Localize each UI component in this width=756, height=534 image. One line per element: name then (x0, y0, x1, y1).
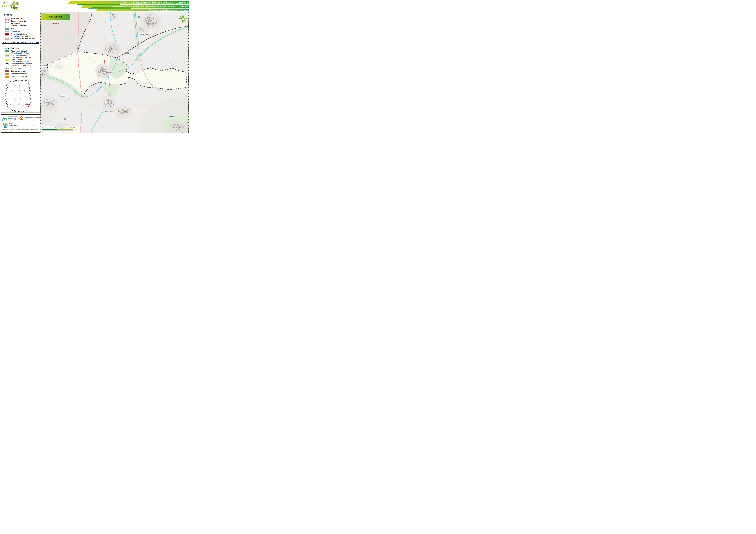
overview-minimap (4, 79, 32, 113)
reservoir-secondaire-swatch (5, 55, 9, 57)
element-cinq-logo: 1234 5 élémentcinq (11, 1, 20, 10)
scalebar-bar (41, 129, 73, 131)
town-label-westhoffen: Westhoffen (43, 65, 52, 67)
legend-subsection-habitats: Type d'habitats (5, 47, 19, 49)
map-canvas: 200250 (40, 12, 189, 133)
legend-subsection-corridors: Type de corridors (5, 67, 21, 69)
scalebar-left-half (42, 129, 58, 130)
legend-panel: Territoire Zone d'étude Communautés deco… (1, 10, 40, 113)
zone-etude-swatch (5, 18, 9, 19)
saverne-diamonds-icon (20, 116, 24, 120)
bati-swatch (5, 28, 9, 30)
element-cinq-digits: 1234 (12, 2, 16, 6)
cours-eau-swatch (5, 31, 9, 33)
banner-ribbon-fold-2 (88, 8, 131, 9)
obstacles-swatch (5, 33, 9, 36)
communautes-communes-swatch (5, 20, 9, 23)
trame-verte-bleue-logo: Trame Verte & Bleue Mossig et Vignoble –… (3, 123, 21, 129)
town-label-odratzheim: Odratzheim (105, 72, 114, 74)
map-title-box: Odratzheim (41, 13, 70, 20)
element-cinq-five: 5 (17, 1, 19, 6)
subtitle-banner-text: Définition de la sous-trame des milieux … (149, 9, 189, 11)
town-label-scharrachbergheim-irmstett: Scharrachbergheim-Irmstett (105, 110, 126, 112)
corridor-restaurer-swatch (5, 76, 9, 78)
title-banner-1: DIAGNOSTIC ET DÉCLINAISON DE LA TRAME VE… (68, 1, 189, 4)
legend-section-territoire: Territoire (2, 13, 12, 16)
subtitle-banner: Définition de la sous-trame des milieux … (95, 9, 189, 12)
mossig-vignoble-logo: communauté de communes Mossig et Vignobl… (2, 116, 20, 122)
axes-transport-swatch (5, 38, 9, 40)
town-label-traenheim: Traenheim (59, 95, 68, 97)
corridor-principal-swatch (5, 70, 9, 72)
scalebar-labels: 0 400 800 m (40, 127, 80, 129)
reservoirs-institutionnels-swatch (5, 63, 9, 65)
scalebar: 0 400 800 m (40, 126, 80, 133)
compass-rose-icon (177, 12, 189, 26)
reservoir-principal-swatch (5, 50, 9, 52)
banner-ribbon-fold-1 (74, 4, 120, 5)
corridor-secondaire-swatch (5, 73, 9, 75)
habitat-relais-swatch (5, 59, 9, 61)
minimap-territory-outline (5, 80, 31, 112)
page: Terr Oïko 1234 5 élémentcinq DIAGNOSTIC … (0, 0, 189, 134)
tvb-paw-icon (3, 123, 8, 128)
scalebar-right-half (58, 129, 73, 130)
title-banner-1-text: DIAGNOSTIC ET DÉCLINAISON DE LA TRAME VE… (120, 2, 189, 4)
town-label-dahlenheim: Dahlenheim (166, 115, 175, 117)
town-label-kirchheim: Kirchheim (104, 47, 112, 49)
map-date: 20-11-2024 (24, 125, 35, 127)
legend-section-sous-trame: Sous-trame des milieux agricoles (2, 41, 39, 44)
mossig-m-icon (2, 116, 8, 121)
title-banner-2-text: DES COMMUNAUTÉS DE COMMUNES DE LA MOSSIG… (113, 5, 189, 8)
element-cinq-wordmark: élémentcinq (11, 6, 20, 8)
sources-text: Sources : IGN, TerrOïko, Elément 5, Comm… (2, 129, 39, 132)
terroiko-text-terr: Terr (2, 2, 8, 5)
map-panel: 200250 Odratzheim WangenMarlenheimKirchh… (40, 12, 189, 133)
pays-saverne-logo: Communauté de Communes du Pays de Savern… (20, 116, 40, 122)
town-label-wangen: Wangen (52, 22, 59, 24)
limites-communales-swatch (5, 25, 9, 27)
title-banner-2: DES COMMUNAUTÉS DE COMMUNES DE LA MOSSIG… (81, 5, 189, 8)
town-label-marlenheim: Marlenheim (140, 33, 149, 35)
credits-panel: communauté de communes Mossig et Vignobl… (1, 114, 40, 133)
